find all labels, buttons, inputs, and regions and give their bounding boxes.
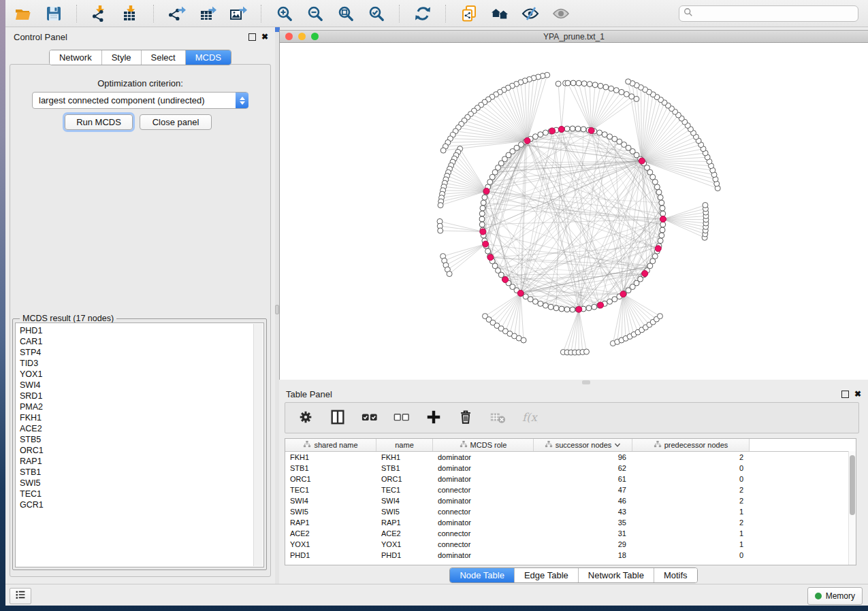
mcds-result-item[interactable]: PMA2 bbox=[16, 401, 263, 412]
mcds-result-item[interactable]: ORC1 bbox=[16, 445, 263, 456]
mcds-result-item[interactable]: YOX1 bbox=[16, 369, 263, 380]
delete-row-icon bbox=[457, 409, 474, 427]
tab-network-table[interactable]: Network Table bbox=[579, 568, 654, 582]
column-header-name[interactable]: name bbox=[376, 439, 433, 451]
refresh-button[interactable] bbox=[412, 3, 434, 24]
table-row[interactable]: SWI4SWI4dominator462 bbox=[285, 495, 856, 506]
mcds-result-item[interactable]: STB1 bbox=[16, 467, 263, 478]
deselect-all-button[interactable] bbox=[392, 408, 411, 427]
task-history-button[interactable] bbox=[10, 588, 31, 604]
network-window-titlebar[interactable]: YPA_prune.txt_1 bbox=[279, 30, 868, 43]
delete-row-button[interactable] bbox=[456, 408, 475, 427]
scrollbar-thumb[interactable] bbox=[850, 455, 855, 515]
mcds-result-item[interactable]: CAR1 bbox=[16, 336, 263, 347]
mcds-result-item[interactable]: TEC1 bbox=[16, 489, 263, 499]
mcds-result-item[interactable]: TID3 bbox=[16, 358, 263, 369]
mcds-result-item[interactable]: SRD1 bbox=[16, 391, 263, 401]
tab-select[interactable]: Select bbox=[142, 50, 186, 65]
mcds-result-item[interactable]: STP4 bbox=[16, 347, 263, 358]
import-table-button[interactable] bbox=[120, 3, 142, 24]
column-header-predecessor-nodes[interactable]: predecessor nodes bbox=[632, 439, 750, 451]
mcds-list-scrollbar[interactable] bbox=[253, 324, 263, 566]
tab-edge-table[interactable]: Edge Table bbox=[515, 568, 579, 582]
table-row[interactable]: ACE2ACE2connector311 bbox=[285, 528, 856, 539]
run-mcds-button[interactable]: Run MCDS bbox=[65, 114, 133, 130]
select-all-button[interactable] bbox=[360, 408, 379, 427]
mcds-node[interactable] bbox=[524, 137, 530, 144]
network-view-canvas[interactable] bbox=[279, 43, 868, 380]
search-input[interactable] bbox=[696, 8, 848, 19]
zoom-in-button[interactable] bbox=[274, 3, 295, 24]
mcds-result-item[interactable]: SWI4 bbox=[16, 380, 263, 391]
float-panel-icon[interactable] bbox=[248, 33, 256, 41]
export-image-button[interactable] bbox=[227, 3, 249, 24]
tab-network[interactable]: Network bbox=[50, 50, 102, 65]
table-row[interactable]: SWI5SWI5connector431 bbox=[285, 506, 856, 517]
memory-button[interactable]: Memory bbox=[807, 587, 863, 605]
mcds-node[interactable] bbox=[483, 188, 489, 194]
mcds-node[interactable] bbox=[558, 126, 564, 132]
export-table-button[interactable] bbox=[197, 3, 219, 24]
cell-successor-nodes: 61 bbox=[534, 475, 632, 483]
columns-button[interactable] bbox=[328, 408, 347, 427]
mcds-result-item[interactable]: PHD1 bbox=[16, 325, 263, 336]
copy-network-button[interactable] bbox=[458, 3, 480, 24]
mcds-node[interactable] bbox=[549, 128, 556, 134]
close-panel-icon[interactable]: ✖ bbox=[261, 33, 268, 41]
tab-motifs[interactable]: Motifs bbox=[654, 568, 697, 582]
mcds-node[interactable] bbox=[480, 229, 486, 235]
import-network-button[interactable] bbox=[89, 3, 111, 24]
mcds-node[interactable] bbox=[483, 241, 489, 247]
cell-successor-nodes: 31 bbox=[534, 529, 632, 538]
table-row[interactable]: TEC1TEC1connector472 bbox=[285, 484, 856, 495]
optimization-criterion-dropdown[interactable]: largest connected component (undirected) bbox=[32, 92, 248, 109]
add-row-button[interactable] bbox=[424, 408, 443, 427]
mcds-node[interactable] bbox=[642, 271, 648, 277]
show-all-button[interactable] bbox=[550, 3, 572, 24]
mcds-result-item[interactable]: FKH1 bbox=[16, 412, 263, 423]
mcds-result-item[interactable]: ACE2 bbox=[16, 423, 263, 434]
close-panel-icon[interactable]: ✖ bbox=[854, 390, 861, 398]
table-row[interactable]: ORC1ORC1dominator610 bbox=[285, 474, 856, 484]
mcds-result-item[interactable]: RAP1 bbox=[16, 456, 263, 467]
gear-button[interactable] bbox=[296, 408, 315, 427]
column-header-MCDS-role[interactable]: MCDS role bbox=[433, 439, 534, 451]
zoom-out-button[interactable] bbox=[304, 3, 326, 24]
zoom-selected-button[interactable] bbox=[366, 3, 387, 24]
mcds-node[interactable] bbox=[598, 302, 604, 308]
mcds-node[interactable] bbox=[620, 291, 626, 297]
table-scrollbar[interactable] bbox=[848, 451, 856, 565]
mcds-node[interactable] bbox=[639, 158, 645, 164]
mcds-result-item[interactable]: STB5 bbox=[16, 434, 263, 445]
mcds-result-item[interactable]: GCR1 bbox=[16, 499, 263, 510]
table-row[interactable]: PHD1PHD1dominator180 bbox=[285, 550, 856, 561]
column-header-successor-nodes[interactable]: successor nodes bbox=[534, 439, 632, 451]
zoom-fit-button[interactable] bbox=[335, 3, 357, 24]
table-row[interactable]: STB1STB1dominator620 bbox=[285, 463, 856, 474]
mcds-result-item[interactable]: SWI5 bbox=[16, 478, 263, 489]
export-network-button[interactable] bbox=[166, 3, 188, 24]
mcds-node[interactable] bbox=[588, 127, 594, 133]
save-button[interactable] bbox=[43, 3, 65, 24]
table-row[interactable]: FKH1FKH1dominator962 bbox=[285, 452, 856, 463]
open-button[interactable] bbox=[12, 3, 34, 24]
mcds-node[interactable] bbox=[517, 290, 524, 296]
tab-mcds[interactable]: MCDS bbox=[186, 50, 231, 65]
mcds-node[interactable] bbox=[502, 276, 509, 282]
float-panel-icon[interactable] bbox=[841, 391, 849, 398]
mcds-node[interactable] bbox=[655, 246, 661, 252]
cell-shared-name: SWI4 bbox=[285, 497, 376, 505]
mcds-node[interactable] bbox=[576, 306, 582, 312]
search-box[interactable] bbox=[679, 5, 858, 22]
table-row[interactable]: RAP1RAP1dominator352 bbox=[285, 517, 856, 528]
close-panel-button[interactable]: Close panel bbox=[140, 114, 212, 130]
table-row[interactable]: YOX1YOX1connector291 bbox=[285, 539, 856, 550]
hide-selected-button[interactable] bbox=[519, 3, 541, 24]
mcds-node[interactable] bbox=[660, 216, 666, 222]
first-neighbors-button[interactable] bbox=[489, 3, 511, 24]
column-header-shared-name[interactable]: shared name bbox=[285, 439, 376, 451]
panel-divider-horizontal[interactable] bbox=[279, 380, 868, 384]
tab-node-table[interactable]: Node Table bbox=[450, 568, 515, 582]
tab-style[interactable]: Style bbox=[102, 50, 142, 65]
mcds-node[interactable] bbox=[487, 254, 494, 261]
